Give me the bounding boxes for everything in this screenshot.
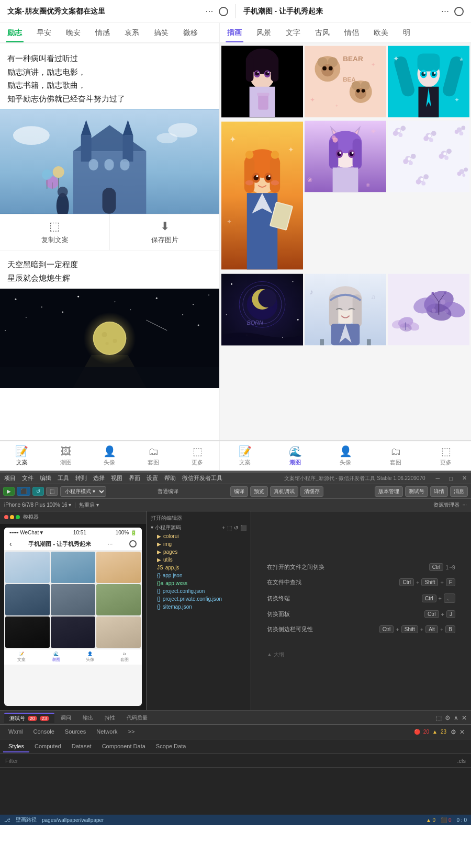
sim-nav-taotu[interactable]: 🗂 套图 xyxy=(107,652,142,663)
sim-img-6[interactable] xyxy=(96,584,141,615)
right-nav-wena[interactable]: 📝 文案 xyxy=(220,441,270,470)
sim-nav-touxiang[interactable]: 👤 头像 xyxy=(73,652,108,663)
preview-btn[interactable]: 预览 xyxy=(250,486,268,497)
file-sitemap[interactable]: {} sitemap.json xyxy=(147,603,251,611)
inspector-settings-icon[interactable]: ⚙ xyxy=(451,728,456,736)
left-nav-touxiang[interactable]: 👤 头像 xyxy=(88,441,132,470)
rtab-gufeng[interactable]: 古风 xyxy=(308,23,337,42)
tab-wanan[interactable]: 晚安 xyxy=(59,23,88,42)
inspector-tab-more[interactable]: >> xyxy=(123,726,140,738)
sim-back[interactable]: ‹ xyxy=(9,540,12,548)
sim-img-4[interactable] xyxy=(5,584,50,615)
refresh-icon[interactable]: ↺ xyxy=(234,525,238,531)
panel-collapse-icon[interactable]: ∧ xyxy=(454,714,458,722)
sub-tab-component-data[interactable]: Component Data xyxy=(97,741,151,752)
left-nav-taotu[interactable]: 🗂 套图 xyxy=(131,441,175,470)
grid-item-6[interactable] xyxy=(388,120,469,193)
menu-xuanze[interactable]: 选择 xyxy=(93,474,105,482)
menu-bianji[interactable]: 编辑 xyxy=(40,474,51,482)
rtab-chuahua[interactable]: 插画 xyxy=(220,23,249,42)
file-projconfig[interactable]: {} project.config.json xyxy=(147,587,251,595)
sim-img-2[interactable] xyxy=(51,552,95,583)
menu-zhuandao[interactable]: 转到 xyxy=(75,474,87,482)
inspector-tab-sources[interactable]: Sources xyxy=(60,726,91,738)
add-file-icon[interactable]: + xyxy=(222,525,225,531)
folder-img[interactable]: ▶ img xyxy=(147,540,251,548)
sub-tab-styles[interactable]: Styles xyxy=(3,741,29,752)
device-select[interactable]: 小程序模式 ▾ xyxy=(60,486,106,497)
folder-pages[interactable]: ▶ pages xyxy=(147,548,251,556)
panel-tab-tiaow[interactable]: 调问 xyxy=(55,713,76,723)
menu-jiemian[interactable]: 界面 xyxy=(129,474,140,482)
menu-bangzhu[interactable]: 帮助 xyxy=(164,474,176,482)
sim-img-5[interactable] xyxy=(51,584,95,615)
folder-colorui[interactable]: ▶ colorui xyxy=(147,532,251,540)
grid-item-3[interactable]: ✦ ✦ ★ xyxy=(388,45,469,118)
left-nav-chaotu[interactable]: 🖼 潮图 xyxy=(44,441,88,470)
debug-btn[interactable]: ⬛ xyxy=(17,487,30,496)
tab-qinggan[interactable]: 情感 xyxy=(88,23,117,42)
hot-reload-btn[interactable]: ↺ xyxy=(32,487,44,496)
sim-img-3[interactable] xyxy=(96,552,141,583)
app2-dots-icon[interactable]: ··· xyxy=(441,6,449,17)
sim-img-7[interactable] xyxy=(5,616,50,648)
sim-record[interactable] xyxy=(129,540,137,547)
menu-shitu[interactable]: 视图 xyxy=(111,474,122,482)
right-nav-touxiang[interactable]: 👤 头像 xyxy=(320,441,371,470)
sim-img-9[interactable] xyxy=(96,616,141,648)
panel-tab-codequality[interactable]: 代码质量 xyxy=(121,713,153,723)
panel-tab-output[interactable]: 输出 xyxy=(77,713,98,723)
save-image-button[interactable]: ⬇ 保存图片 xyxy=(110,214,219,250)
filter-input[interactable] xyxy=(5,758,453,764)
left-nav-more[interactable]: ⬚ 更多 xyxy=(175,441,219,470)
file-appjs[interactable]: JS app.js xyxy=(147,564,251,572)
app1-record-icon[interactable] xyxy=(219,7,228,16)
menu-wenjian[interactable]: 文件 xyxy=(22,474,33,482)
resource-dots[interactable]: ··· xyxy=(463,502,467,508)
inspector-tab-wxml[interactable]: Wxml xyxy=(3,726,28,738)
tab-zaoan[interactable]: 早安 xyxy=(29,23,59,42)
app1-dots-icon[interactable]: ··· xyxy=(205,6,213,17)
collapse-icon[interactable]: ⬛ xyxy=(240,525,246,531)
rtab-fengjing[interactable]: 风景 xyxy=(249,23,278,42)
inspector-tab-console[interactable]: Console xyxy=(28,726,60,738)
grid-item-8[interactable]: ♪ ♫ xyxy=(305,273,386,346)
left-nav-wena[interactable]: 📝 文案 xyxy=(0,441,44,470)
test-btn[interactable]: 测试号 xyxy=(405,486,428,497)
panel-close-icon[interactable]: ✕ xyxy=(462,714,467,722)
tab-weiyi[interactable]: 微移 xyxy=(176,23,205,42)
sim-nav-wena[interactable]: 📝 文案 xyxy=(4,652,39,663)
menu-gongju[interactable]: 工具 xyxy=(58,474,69,482)
grid-item-7[interactable]: BORN xyxy=(221,273,303,346)
run-btn[interactable]: ▶ xyxy=(3,487,15,496)
copy-text-button[interactable]: ⬚ 复制文案 xyxy=(0,214,110,250)
close-button[interactable]: ✕ xyxy=(462,475,467,482)
rtab-qinglv[interactable]: 情侣 xyxy=(337,23,366,42)
version-mgr-btn[interactable]: 版本管理 xyxy=(375,486,403,497)
file-projprivate[interactable]: {} project.private.config.json xyxy=(147,595,251,603)
right-nav-taotu[interactable]: 🗂 套图 xyxy=(371,441,421,470)
maximize-button[interactable]: □ xyxy=(449,475,453,482)
grid-item-4[interactable]: ✦ ✦ ✦ xyxy=(221,120,303,271)
panel-settings-icon[interactable]: ⚙ xyxy=(445,714,451,722)
grid-item-9[interactable] xyxy=(388,273,469,346)
compile-btn[interactable]: 编译 xyxy=(230,486,248,497)
sim-img-8[interactable] xyxy=(51,616,95,648)
panel-tab-ceshihao[interactable]: 测试号 20 23 xyxy=(4,713,54,723)
upload-btn[interactable]: 清缓存 xyxy=(300,486,323,497)
tab-lijhi[interactable]: 励志 xyxy=(0,23,29,42)
rtab-oumei[interactable]: 欧美 xyxy=(366,23,396,42)
menu-wechat[interactable]: 微信开发者工具 xyxy=(182,474,222,482)
inspector-tab-network[interactable]: Network xyxy=(91,726,122,738)
rtab-wenzi[interactable]: 文字 xyxy=(278,23,308,42)
app2-record-icon[interactable] xyxy=(454,7,464,16)
right-nav-more[interactable]: ⬚ 更多 xyxy=(421,441,471,470)
folder-utils[interactable]: ▶ utils xyxy=(147,556,251,564)
sim-nav-chaotu[interactable]: 🌊 潮图 xyxy=(39,652,73,663)
app2-tab[interactable]: 手机潮图 - 让手机秀起来 ··· xyxy=(236,0,472,22)
grid-item-1[interactable] xyxy=(221,45,303,118)
rtab-ming[interactable]: 明 xyxy=(396,23,418,42)
inspector-close-icon[interactable]: ✕ xyxy=(459,728,465,736)
file-appwxss[interactable]: {}a app.wxss xyxy=(147,579,251,587)
app1-tab[interactable]: 文案-朋友圈优秀文案都在这里 ··· xyxy=(0,0,236,22)
